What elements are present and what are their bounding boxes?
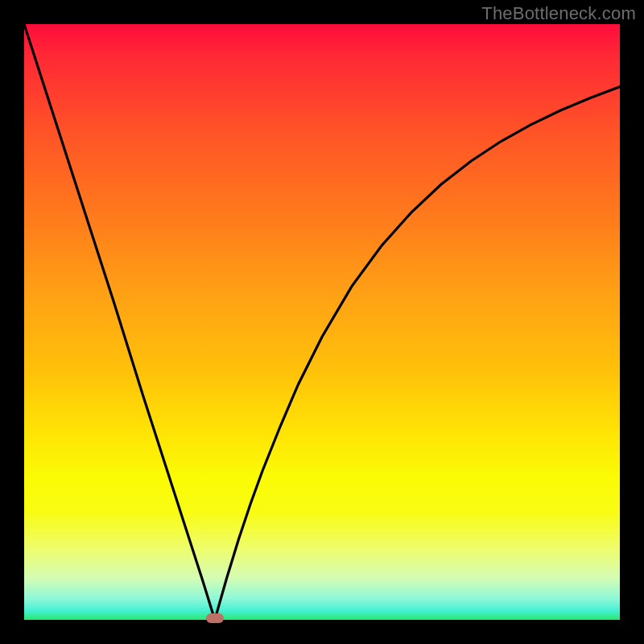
- plot-area: [24, 24, 620, 620]
- curve-layer: [24, 24, 620, 620]
- curve-right-branch: [215, 87, 620, 620]
- vertex-marker: [206, 613, 224, 623]
- curve-left-branch: [24, 24, 215, 620]
- watermark-text: TheBottleneck.com: [481, 3, 636, 24]
- chart-container: TheBottleneck.com: [0, 0, 644, 644]
